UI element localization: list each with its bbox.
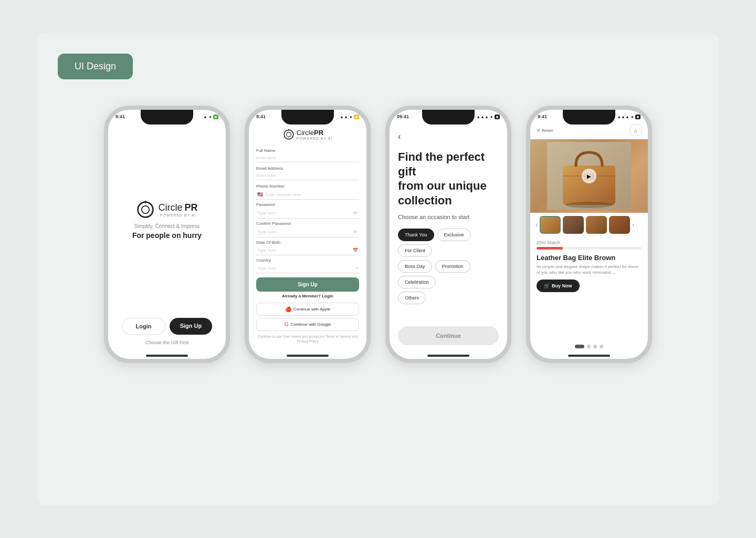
- input-country[interactable]: Type here ▾: [256, 264, 359, 273]
- phone1-battery-icon: ■: [213, 115, 218, 119]
- phone2-time: 9:41: [256, 114, 266, 119]
- continue-btn[interactable]: Continue: [398, 326, 499, 345]
- label-phone: Phone Number: [256, 184, 359, 189]
- tag-promotion[interactable]: Promotion: [435, 260, 470, 273]
- calendar-icon: 📅: [353, 248, 358, 253]
- phone3-wrapper: 09:41 ▲▲▲ ● ■ ‹ Find the perfect gift fr…: [385, 106, 511, 363]
- circle-logo-icon: [136, 200, 155, 219]
- phone4-home-indicator: [568, 355, 610, 357]
- tag-exclusive[interactable]: Exclusive: [437, 229, 471, 241]
- phone4-wrapper: 9:41 ▲▲▲ ● ■ ↺ Reset ⌂: [526, 106, 652, 363]
- phone1-logo: Circle PR POWERED BY AI: [136, 200, 197, 219]
- reset-label: Reset: [542, 128, 553, 133]
- home-btn[interactable]: ⌂: [630, 125, 642, 136]
- buy-now-btn[interactable]: 🛒 Buy Now: [537, 280, 580, 292]
- thumb-prev-btn[interactable]: ‹: [536, 221, 538, 229]
- tag-others[interactable]: Others: [398, 292, 426, 304]
- phone2-home-indicator: [287, 355, 329, 357]
- already-member-text: Already a Member? Login: [256, 294, 359, 298]
- product-title: Leather Bag Elite Brown: [537, 254, 642, 262]
- input-email[interactable]: Enter here: [256, 172, 359, 180]
- ui-design-badge: UI Design: [58, 54, 133, 79]
- phone1-wrapper: 9:41 ▲ ● ■: [104, 106, 230, 363]
- dot-3: [593, 345, 597, 348]
- label-dob: Date Of Birth: [256, 240, 359, 245]
- phone-placeholder: Enter Number here: [265, 192, 301, 197]
- tag-celebration[interactable]: Celebration: [398, 276, 436, 288]
- phone1-logo-text: Circle PR POWERED BY AI: [158, 202, 197, 217]
- phone1-splash-content: Circle PR POWERED BY AI Simplify, Connec…: [117, 137, 217, 318]
- phone2-content: Circle PR POWERED BY AI Full Name Enter …: [249, 121, 366, 351]
- input-fullname[interactable]: Enter here: [256, 154, 359, 162]
- input-confirm[interactable]: Type here 👁: [256, 227, 359, 237]
- thumb-3[interactable]: [586, 216, 607, 234]
- thumb-4[interactable]: [609, 216, 630, 234]
- play-btn[interactable]: ▶: [582, 169, 596, 183]
- thumb-2[interactable]: [563, 216, 584, 234]
- phone4-status-icons: ▲▲▲ ● ■: [617, 115, 640, 119]
- main-canvas: UI Design 9:41 ▲ ● ■: [37, 33, 719, 505]
- phone1-signup-btn[interactable]: Sign Up: [170, 318, 212, 335]
- back-btn[interactable]: ‹: [398, 132, 499, 141]
- match-bar: [537, 247, 642, 250]
- label-confirm: Confirm Password: [256, 221, 359, 226]
- signup-submit-btn[interactable]: Sign Up: [256, 277, 359, 292]
- product-info: 25% Match Leather Bag Elite Brown Its si…: [530, 237, 648, 342]
- phone1-powered-text: POWERED BY AI: [158, 213, 197, 217]
- eye-icon-password: 👁: [353, 210, 358, 216]
- input-password[interactable]: Type here 👁: [256, 208, 359, 219]
- phones-row: 9:41 ▲ ● ■: [58, 106, 698, 363]
- tags-row-1: Thank You Exclusive For Client: [398, 229, 499, 257]
- phone2-status-icons: ▲▲ ● ■: [340, 115, 359, 119]
- phone1-time: 9:41: [116, 114, 125, 119]
- tag-thankyou[interactable]: Thank You: [398, 229, 434, 241]
- dot-1: [575, 345, 584, 348]
- title-line3: collection: [398, 194, 452, 207]
- phone3-time: 09:41: [397, 114, 409, 119]
- dot-2: [587, 345, 591, 348]
- dob-placeholder: Type here: [257, 248, 276, 253]
- password-placeholder: Type here: [257, 211, 353, 215]
- phone1-status-icons: ▲ ● ■: [203, 115, 218, 119]
- phone3-content: ‹ Find the perfect gift from our unique …: [390, 121, 507, 351]
- apple-icon: 🍎: [285, 306, 291, 312]
- phone1-pr-text: PR: [185, 202, 198, 213]
- tags-row-3: Others: [398, 292, 499, 304]
- thumb-1[interactable]: [540, 216, 561, 234]
- product-desc: Its simple and elegant shape makes it pe…: [537, 264, 642, 275]
- thumb-next-btn[interactable]: ›: [632, 221, 634, 229]
- phone1-content: Circle PR POWERED BY AI Simplify, Connec…: [108, 121, 226, 351]
- phone4-notch: [563, 110, 615, 125]
- phone2-signup: 9:41 ▲▲ ● ■: [245, 106, 371, 363]
- phone2-notch: [281, 110, 334, 125]
- title-line2: from our unique: [398, 179, 487, 192]
- page-dots: [530, 342, 648, 351]
- phone2-battery-icon: ■: [354, 115, 359, 119]
- title-line1: Find the perfect gift: [398, 150, 485, 178]
- occasion-title: Find the perfect gift from our unique co…: [398, 150, 499, 208]
- input-phone[interactable]: 🇺🇸 Enter Number here: [256, 190, 359, 200]
- match-text: 25% Match: [537, 240, 642, 245]
- buy-now-label: Buy Now: [552, 283, 572, 288]
- product-main-image: ▶: [530, 139, 648, 213]
- apple-btn[interactable]: 🍎 Continue with Apple: [256, 303, 359, 316]
- tag-forclient[interactable]: For Client: [398, 244, 432, 257]
- reset-btn[interactable]: ↺ Reset: [537, 128, 553, 133]
- label-country: Country: [256, 258, 359, 263]
- google-btn[interactable]: G Continue with Google: [256, 318, 359, 331]
- terms-text: Continue to use Over means you accept ou…: [256, 334, 359, 344]
- reset-icon: ↺: [537, 128, 540, 133]
- google-btn-label: Continue with Google: [291, 322, 331, 327]
- phone1-tagline: Simplify, Connect & Impress: [134, 223, 200, 229]
- eye-icon-confirm: 👁: [353, 229, 358, 235]
- svg-point-1: [142, 205, 149, 213]
- input-dob[interactable]: Type here 📅: [256, 246, 359, 255]
- phone2-pr-text: PR: [314, 129, 323, 137]
- phone4-product: 9:41 ▲▲▲ ● ■ ↺ Reset ⌂: [526, 106, 652, 363]
- phone1-login-btn[interactable]: Login: [122, 318, 165, 335]
- phone2-signal-icon: ▲▲: [340, 115, 348, 119]
- country-placeholder: Type here: [257, 266, 276, 271]
- tag-bossday[interactable]: Boss Day: [398, 260, 432, 273]
- login-link[interactable]: Login: [322, 294, 333, 298]
- phone3-status-icons: ▲▲▲ ● ■: [476, 115, 500, 119]
